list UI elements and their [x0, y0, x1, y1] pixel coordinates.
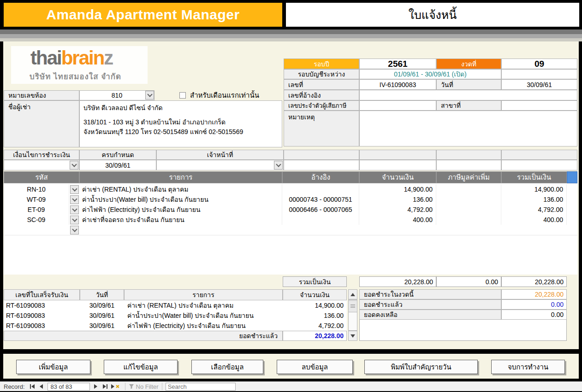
scrollbar-thumb[interactable]	[348, 300, 357, 312]
delete-data-button[interactable]: ลบข้อมูล	[277, 360, 353, 374]
receipt-date: 30/09/61	[80, 300, 124, 310]
item-amount: 4,792.00	[359, 205, 436, 215]
period-header: งวดที่	[436, 59, 501, 69]
item-desc: ค่าไฟฟ้า (Electricity) ประจำเดือน กันยาย…	[79, 205, 282, 215]
item-code-dropdown-button[interactable]	[70, 226, 79, 234]
item-total: 14,900.00	[501, 184, 567, 194]
filter-toggle[interactable]: No Filter	[129, 383, 159, 390]
logo-wordmark: thaibrainz	[30, 47, 113, 69]
summary-due-label: ยอดชำระในงวดนี้	[359, 289, 501, 299]
officer-dropdown-button[interactable]	[274, 161, 283, 170]
remark-label: หมายเหตุ	[284, 111, 359, 146]
triangle-right-icon	[111, 384, 114, 389]
table-row: ET-09 ค่าไฟฟ้า (Electricity) ประจำเดือน …	[4, 205, 577, 215]
room-no-dropdown-button[interactable]	[145, 91, 154, 99]
chevron-down-icon	[71, 162, 77, 167]
doc-date-value[interactable]: 30/09/61	[501, 79, 577, 90]
edit-data-button[interactable]: แก้ไขข้อมูล	[104, 360, 178, 374]
officer-combo[interactable]	[156, 160, 284, 170]
items-header-ref: อ้างอิง	[282, 171, 359, 183]
chevron-down-icon	[72, 186, 77, 191]
tenant-info-box[interactable]: บริษัท ดีเวลลอป ดีไซน์ จำกัด 318/101 - 1…	[79, 100, 282, 147]
separator	[125, 383, 125, 390]
item-ref	[282, 184, 359, 194]
exit-button[interactable]: จบการทำงาน	[491, 360, 565, 374]
divider-strip	[0, 38, 582, 41]
record-navigator: Record: 83 of 83 No Filter	[0, 381, 582, 391]
table-row: RN-10 ค่าเช่า (RENTAL) ประจำเดือน ตุลาคม…	[4, 184, 577, 195]
select-data-button[interactable]: เลือกข้อมูล	[191, 360, 263, 374]
item-code: RN-10	[4, 184, 69, 194]
item-desc: ค่าน้ำประปา(Water bill) ประจำเดือน กันยา…	[79, 194, 282, 205]
receipts-paid-amount: 20,228.00	[283, 331, 347, 341]
scroll-down-button[interactable]	[348, 331, 357, 341]
items-header-vat: ภาษีมูลค่าเพิ่ม	[436, 171, 501, 183]
item-code-dropdown-button[interactable]	[70, 195, 79, 204]
accounting-period-label: รอบบัญชีระหว่าง	[284, 69, 359, 79]
doc-no-value[interactable]: IV-61090083	[359, 79, 436, 90]
year-value: 2561	[359, 59, 436, 69]
item-vat	[436, 194, 501, 205]
receipt-no: RT-61090083	[4, 300, 80, 310]
logo-part-brain: brain	[61, 47, 104, 69]
next-record-button[interactable]	[91, 382, 101, 391]
branch-field[interactable]	[501, 100, 577, 111]
tax-id-field[interactable]	[359, 100, 436, 111]
remark-field[interactable]	[359, 111, 577, 146]
tenant-address: 318/101 - 103 หมู่ 3 ตำบลบ้านใหม่ อำเภอป…	[83, 117, 243, 137]
last-record-button[interactable]	[101, 382, 110, 391]
new-record-button[interactable]	[110, 382, 122, 391]
empty-field	[501, 160, 577, 170]
print-daily-voucher-button[interactable]: พิมพ์ใบสำคัญรายวัน	[364, 360, 478, 374]
item-code: ET-09	[4, 205, 69, 215]
doc-no-label: เลขที่	[284, 79, 359, 90]
tenant-address-line2: จังหวัดนนทบุรี 1120 โทร 02-5015489 แฟกซ์…	[83, 127, 243, 137]
receipt-amount: 136.00	[283, 310, 347, 321]
triangle-left-icon	[40, 384, 43, 389]
year-header: รอบปี	[284, 59, 359, 69]
scroll-up-button[interactable]	[348, 289, 357, 299]
items-header-code: รหัส	[4, 171, 79, 183]
separator	[162, 383, 162, 390]
item-vat	[436, 184, 501, 194]
due-date-field[interactable]: 30/09/61	[79, 160, 156, 170]
item-code-dropdown-button[interactable]	[70, 185, 79, 194]
record-position-box[interactable]: 83 of 83	[48, 383, 90, 391]
items-header-amount: จำนวนเงิน	[359, 171, 436, 183]
summary-due-value: 20,228.00	[501, 289, 567, 299]
new-record-star-icon	[115, 384, 120, 389]
receipt-no: RT-61090083	[4, 310, 80, 321]
table-row-empty	[4, 225, 577, 235]
empty-header-cell	[359, 150, 436, 160]
due-date-label: ครบกำหนด	[79, 150, 156, 160]
room-no-combo[interactable]: 810	[79, 90, 154, 100]
chevron-down-icon	[72, 206, 77, 211]
record-label: Record:	[4, 383, 25, 390]
receipts-paid-label: ยอดชำระแล้ว	[4, 331, 283, 341]
triangle-down-icon	[350, 334, 355, 338]
item-code-dropdown-button[interactable]	[70, 205, 79, 214]
add-data-button[interactable]: เพิ่มข้อมูล	[16, 360, 90, 374]
items-total-sum: 20,228.00	[501, 276, 567, 287]
item-amount: 136.00	[359, 194, 436, 205]
items-header-total: รวมเป็นเงิน	[501, 171, 567, 183]
first-record-button[interactable]	[28, 382, 37, 391]
search-input[interactable]	[166, 383, 236, 391]
items-header-desc: รายการ	[79, 171, 282, 183]
empty-field	[436, 160, 501, 170]
logo-part-z: z	[104, 47, 113, 69]
previous-record-button[interactable]	[37, 382, 46, 391]
record-selector-box[interactable]	[567, 171, 577, 183]
item-total: 4,792.00	[501, 205, 567, 215]
receipt-row: RT-61090083 30/09/61 ค่าเช่า (RENTAL) ปร…	[4, 300, 347, 311]
item-code-dropdown-button[interactable]	[70, 216, 79, 224]
item-code: SC-09	[4, 215, 69, 225]
payment-condition-dropdown-button[interactable]	[70, 161, 78, 170]
table-row: SC-09 ค่าเช่าที่จอดรถ ประจำเดือน กันยายน…	[4, 215, 577, 225]
app-title: Amanda Apartment Manager	[46, 7, 239, 23]
payment-condition-combo[interactable]	[4, 160, 79, 170]
tenant-name-label: ชื่อผู้เช่า	[4, 100, 79, 147]
room-no-value: 810	[112, 92, 122, 99]
ref-no-field[interactable]	[359, 90, 577, 100]
first-month-only-checkbox[interactable]	[179, 92, 186, 99]
